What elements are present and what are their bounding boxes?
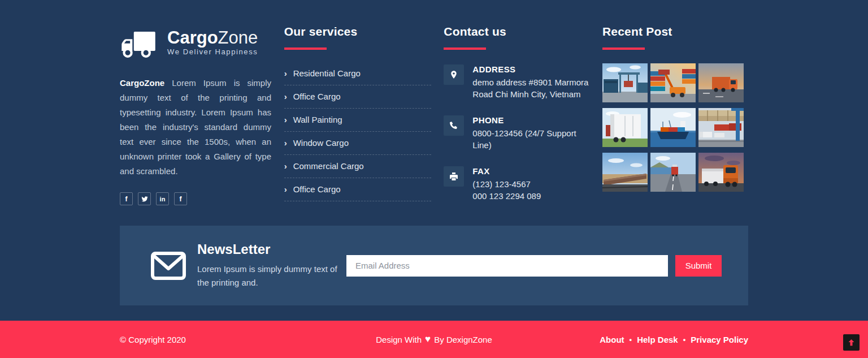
truck-icon — [120, 29, 163, 61]
bullet-separator: • — [630, 335, 632, 344]
service-label: Office Cargo — [293, 184, 341, 194]
footer-widgets: CargoZone We Deliver Happiness CargoZone… — [120, 0, 748, 205]
title-underline — [284, 48, 327, 50]
services-column: Our services ›Residential Cargo›Office C… — [284, 25, 431, 205]
contact-label: PHONE — [472, 115, 589, 125]
cargozone-logo[interactable]: CargoZone We Deliver Happiness — [120, 29, 271, 61]
facebook-icon[interactable]: f — [120, 192, 133, 205]
map-pin-icon — [444, 64, 464, 85]
email-input[interactable] — [346, 255, 668, 277]
brand-column: CargoZone We Deliver Happiness CargoZone… — [120, 25, 271, 205]
title-underline — [602, 48, 645, 50]
service-label: Residential Cargo — [293, 68, 361, 78]
service-label: Commercial Cargo — [293, 161, 364, 171]
contact-value: demo address #8901 Marmora — [472, 76, 588, 88]
chevron-right-icon: › — [284, 185, 287, 193]
service-link[interactable]: ›Window Cargo — [284, 132, 431, 155]
recent-post-grid — [602, 63, 748, 192]
chevron-right-icon: › — [284, 139, 287, 147]
chevron-right-icon: › — [284, 69, 287, 77]
services-list: ›Residential Cargo›Office Cargo›Wall Pai… — [284, 62, 431, 201]
service-link[interactable]: ›Office Cargo — [284, 85, 431, 109]
recent-post-thumbnail-freight-train[interactable] — [602, 153, 648, 192]
bottom-links: About•Help Desk•Privacy Policy — [492, 335, 748, 344]
bottom-bar: © Copyright 2020 Design With♥By DexignZo… — [0, 321, 868, 358]
contact-item-fax: FAX(123) 123-4567000 123 2294 089 — [444, 166, 589, 202]
recent-post-thumbnail-coastal-road-truck[interactable] — [650, 153, 696, 192]
contact-value: Road Chi Minh City, Vietnam — [472, 88, 588, 100]
arrow-up-icon — [847, 338, 856, 347]
service-link[interactable]: ›Office Cargo — [284, 178, 431, 201]
contact-item-phone: PHONE0800-123456 (24/7 Support Line) — [444, 115, 589, 151]
title-underline — [444, 48, 486, 50]
newsletter-title: NewsLetter — [197, 241, 337, 257]
bottom-link-help-desk[interactable]: Help Desk — [637, 335, 678, 344]
scroll-to-top-button[interactable] — [843, 334, 860, 351]
copyright-text: © Copyright 2020 — [120, 335, 376, 344]
newsletter-panel: NewsLetter Lorem Ipsum is simply dummy t… — [120, 226, 748, 305]
recent-post-thumbnail-port-crane-containers[interactable] — [602, 63, 648, 102]
contact-item-address: ADDRESSdemo address #8901 MarmoraRoad Ch… — [444, 64, 589, 100]
linkedin-icon[interactable]: in — [156, 192, 169, 205]
contact-value: 000 123 2294 089 — [472, 190, 541, 202]
newsletter-subtext: Lorem Ipsum is simply dummy text of the … — [197, 262, 337, 290]
contact-value: (123) 123-4567 — [472, 178, 541, 190]
recent-post-thumbnail-container-yard-loader[interactable] — [650, 63, 696, 102]
credit-text: Design With♥By DexignZone — [376, 334, 492, 345]
recent-post-column: Recent Post — [602, 25, 748, 205]
logo-tagline: We Deliver Happiness — [167, 48, 258, 56]
service-label: Wall Painting — [293, 115, 342, 124]
service-link[interactable]: ›Commercial Cargo — [284, 155, 431, 178]
twitter-icon[interactable] — [138, 192, 151, 205]
recent-post-title: Recent Post — [602, 25, 748, 38]
recent-post-thumbnail-white-trailer-truck[interactable] — [602, 108, 648, 147]
about-text: CargoZone Lorem Ipsum is simply dummy te… — [120, 76, 271, 179]
contact-label: ADDRESS — [472, 64, 588, 74]
phone-icon — [444, 115, 464, 136]
service-link[interactable]: ›Wall Painting — [284, 109, 431, 132]
contact-value: 0800-123456 (24/7 Support Line) — [472, 127, 589, 151]
chevron-right-icon: › — [284, 115, 287, 124]
social-links: finf — [120, 192, 271, 205]
contact-label: FAX — [472, 166, 541, 176]
service-link[interactable]: ›Residential Cargo — [284, 62, 431, 85]
logo-wordmark: CargoZone — [167, 29, 258, 46]
bottom-link-privacy-policy[interactable]: Privacy Policy — [691, 335, 748, 344]
recent-post-thumbnail-container-ship[interactable] — [650, 108, 696, 147]
bullet-separator: • — [683, 335, 686, 344]
bottom-link-about[interactable]: About — [600, 335, 624, 344]
service-label: Office Cargo — [293, 92, 341, 101]
recent-post-thumbnail-port-logistics-trucks[interactable] — [698, 108, 744, 147]
chevron-right-icon: › — [284, 92, 287, 101]
service-label: Window Cargo — [293, 138, 349, 148]
chevron-right-icon: › — [284, 162, 287, 170]
contact-column: Contact us ADDRESSdemo address #8901 Mar… — [444, 25, 589, 205]
services-title: Our services — [284, 25, 431, 38]
recent-post-thumbnail-orange-truck-sunset[interactable] — [698, 153, 744, 192]
fax-icon — [444, 166, 464, 187]
heart-icon: ♥ — [425, 334, 431, 345]
submit-button[interactable]: Submit — [675, 255, 722, 277]
contact-list: ADDRESSdemo address #8901 MarmoraRoad Ch… — [444, 64, 589, 202]
envelope-icon — [150, 251, 186, 281]
recent-post-thumbnail-orange-truck-highway[interactable] — [698, 63, 744, 102]
facebook-icon[interactable]: f — [174, 192, 187, 205]
contact-title: Contact us — [444, 25, 589, 38]
